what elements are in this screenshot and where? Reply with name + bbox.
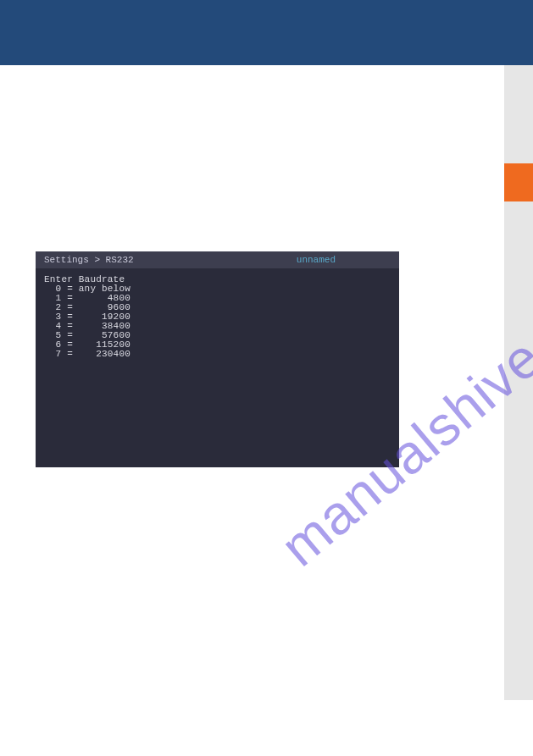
terminal-screenshot: Settings > RS232 unnamed Enter Baudrate … (36, 251, 399, 467)
header-bar (0, 0, 533, 65)
page-content: Settings > RS232 unnamed Enter Baudrate … (0, 65, 504, 700)
terminal-breadcrumb: Settings > RS232 (44, 255, 134, 265)
terminal-status: unnamed (297, 251, 336, 268)
terminal-body: Enter Baudrate 0 = any below 1 = 4800 2 … (36, 268, 399, 367)
sidebar-column (504, 65, 533, 700)
section-tab (504, 163, 533, 201)
terminal-options: 0 = any below 1 = 4800 2 = 9600 3 = 1920… (44, 284, 130, 359)
terminal-titlebar: Settings > RS232 unnamed (36, 251, 399, 268)
